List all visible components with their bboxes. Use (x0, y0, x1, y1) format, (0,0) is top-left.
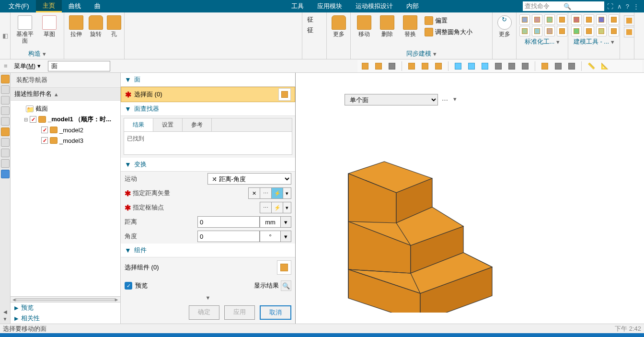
select-components-button[interactable] (277, 260, 291, 275)
strip-assembly-nav[interactable] (1, 75, 10, 83)
menu-dropdown[interactable]: 菜单(M) ▾ (10, 59, 45, 73)
section-face[interactable]: ▼面 (121, 73, 295, 87)
ext-tool-1[interactable] (624, 15, 634, 26)
tb-cube-6[interactable] (433, 61, 444, 71)
show-result-button[interactable]: 🔍 (281, 280, 291, 291)
tb-view-3[interactable] (479, 61, 491, 71)
menu-tool[interactable]: 工具 (285, 0, 310, 12)
motion-select[interactable]: ⤨ 距离-角度 (207, 173, 291, 185)
tb-shade-1[interactable] (493, 61, 504, 71)
tb-shade-2[interactable] (506, 61, 518, 71)
mdl-tool-2[interactable] (584, 14, 594, 25)
tree-model1[interactable]: ⊟✓_model1 （顺序：时... (12, 114, 118, 125)
tb-cube-4[interactable] (406, 61, 417, 71)
strip-system[interactable] (1, 159, 10, 168)
ext-tool-2[interactable] (624, 27, 634, 37)
pivot-btn-2[interactable]: ⚡ (272, 202, 283, 213)
pivot-btn-1[interactable]: ⋯ (260, 202, 272, 213)
delete-face-button[interactable]: 删除 (377, 14, 398, 37)
ribbon-handle-icon[interactable]: ◧ (2, 32, 8, 39)
vec-btn-1[interactable]: ✕ (249, 188, 260, 198)
collapse-handle[interactable]: ▼ (121, 294, 295, 302)
mdl-tool-8[interactable] (609, 26, 619, 36)
revolve-button[interactable]: 旋转 (87, 14, 105, 37)
menu-app-module[interactable]: 应用模块 (310, 0, 349, 12)
tb-opt-2[interactable] (552, 61, 564, 71)
tab-settings[interactable]: 设置 (153, 118, 183, 131)
strip-history[interactable] (1, 138, 10, 147)
apply-button[interactable]: 应用 (224, 305, 255, 320)
cancel-button[interactable]: 取消 (260, 305, 291, 320)
angle-drop[interactable]: ▾ (281, 231, 291, 242)
angle-input[interactable] (197, 231, 260, 242)
more-button-2[interactable]: ↻更多 (495, 14, 513, 37)
std-tool-2[interactable] (532, 14, 542, 25)
menu-internal[interactable]: 内部 (400, 0, 426, 12)
vec-btn-3[interactable]: ⚡ (272, 188, 283, 198)
mdl-tool-7[interactable] (596, 26, 607, 36)
std-tool-6[interactable] (532, 26, 542, 36)
distance-input[interactable] (197, 216, 260, 228)
mdl-tool-3[interactable] (596, 14, 607, 25)
sketch-button[interactable]: 草图 (38, 14, 61, 37)
std-tool-1[interactable] (519, 14, 530, 25)
strip-constraint-nav[interactable] (1, 96, 10, 105)
mdl-tool-4[interactable] (609, 14, 619, 25)
feature-stub-2[interactable]: 征 (305, 25, 315, 35)
strip-collapse-down[interactable]: ▼ (3, 316, 8, 322)
offset-button[interactable]: 偏置 (423, 15, 474, 26)
help-icon[interactable]: ? (626, 3, 629, 10)
mdl-tool-6[interactable] (584, 26, 594, 36)
strip-reuse[interactable] (1, 106, 10, 115)
hole-button[interactable]: 孔 (107, 14, 121, 37)
replace-face-button[interactable]: 替换 (400, 14, 421, 37)
tb-cube-5[interactable] (419, 61, 431, 71)
tab-results[interactable]: 结果 (124, 118, 153, 132)
std-tool-8[interactable] (557, 26, 567, 36)
tb-cube-1[interactable] (359, 61, 371, 71)
filter-drop[interactable]: ▾ (453, 95, 460, 105)
tb-shade-3[interactable] (519, 61, 531, 71)
strip-web[interactable] (1, 170, 10, 178)
panel-preview[interactable]: ▶预览 (11, 302, 120, 313)
tb-measure-1[interactable]: 📏 (586, 61, 597, 71)
datum-plane-button[interactable]: 基准平面 (13, 14, 36, 45)
section-component[interactable]: ▼组件 (121, 244, 295, 257)
strip-roles[interactable] (1, 149, 10, 157)
tree-model3[interactable]: ✓_model3 (12, 135, 118, 146)
std-tool-7[interactable] (544, 26, 555, 36)
strip-browser[interactable] (1, 128, 10, 136)
menu-curve2[interactable]: 曲 (88, 0, 107, 12)
resize-fillet-button[interactable]: 调整圆角大小 (423, 27, 474, 37)
strip-collapse-left[interactable]: ◀ (3, 309, 7, 314)
nav-hscroll[interactable]: ◂▸ (11, 296, 120, 302)
vec-btn-drop[interactable]: ▾ (283, 188, 291, 198)
collapse-icon[interactable]: ∧ (617, 3, 622, 10)
submenu-handle[interactable]: ≡ (2, 62, 10, 70)
distance-drop[interactable]: ▾ (281, 216, 291, 228)
filter-options-button[interactable]: ⋯ (442, 96, 449, 104)
tb-opt-3[interactable] (566, 61, 577, 71)
tb-cube-2[interactable] (373, 61, 384, 71)
selection-filter-select[interactable]: 单个面 (345, 94, 438, 105)
strip-part-nav[interactable] (1, 85, 10, 94)
menu-motion-sim[interactable]: 运动模拟设计 (349, 0, 400, 12)
tree-sections[interactable]: 📁截面 (12, 104, 118, 114)
menu-file[interactable]: 文件(F) (2, 0, 36, 12)
menu-home[interactable]: 主页 (36, 0, 62, 12)
tb-opt-1[interactable] (539, 61, 551, 71)
filter-input[interactable] (48, 61, 110, 71)
mdl-tool-1[interactable] (571, 14, 582, 25)
tb-view-1[interactable] (452, 61, 464, 71)
menu-curve[interactable]: 曲线 (62, 0, 88, 12)
strip-hd3d[interactable] (1, 117, 10, 126)
tree-model2[interactable]: ✓_model2 (12, 125, 118, 135)
std-tool-5[interactable] (519, 26, 530, 36)
select-faces-row[interactable]: ✱选择面 (0) (121, 87, 295, 102)
extrude-button[interactable]: 拉伸 (67, 14, 85, 37)
fullscreen-icon[interactable]: ⛶ (607, 3, 613, 10)
vec-btn-2[interactable]: ⋯ (260, 188, 272, 198)
preview-checkbox[interactable]: ✓ (125, 282, 132, 290)
tb-cube-3[interactable] (386, 61, 398, 71)
nav-column-header[interactable]: 描述性部件名▴ (11, 88, 120, 101)
